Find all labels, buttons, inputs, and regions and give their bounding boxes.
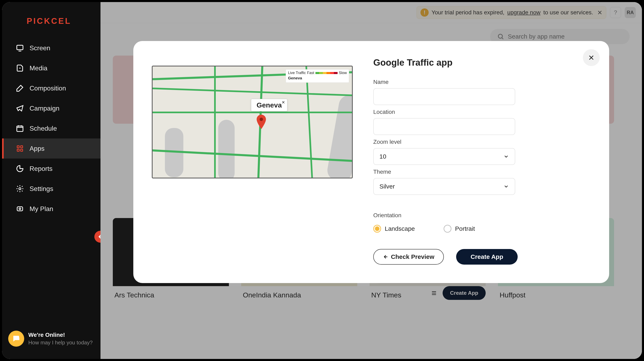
- label-theme: Theme: [373, 168, 591, 175]
- media-icon: [16, 64, 24, 72]
- gear-icon: [16, 184, 24, 193]
- plan-icon: [16, 204, 24, 213]
- theme-select[interactable]: Silver: [373, 178, 515, 195]
- radio-landscape[interactable]: Landscape: [373, 225, 415, 232]
- svg-point-10: [260, 118, 263, 121]
- sidebar-item-label: Settings: [30, 185, 53, 192]
- sidebar-item-settings[interactable]: Settings: [2, 179, 100, 199]
- location-input[interactable]: [373, 118, 515, 135]
- main-area: ! Your trial period has expired, upgrade…: [100, 2, 642, 359]
- map-city-label: Geneva ✕: [251, 99, 287, 112]
- legend-fast: Fast: [307, 71, 314, 75]
- close-icon[interactable]: ✕: [282, 100, 285, 105]
- legend-slow: Slow: [339, 71, 347, 75]
- map-preview: Geneva ✕ Live Traffic Fast Slow: [152, 66, 353, 178]
- sidebar-item-composition[interactable]: Composition: [2, 78, 100, 98]
- check-preview-button[interactable]: Check Preview: [373, 249, 444, 264]
- svg-rect-2: [17, 146, 19, 148]
- google-traffic-modal: Geneva ✕ Live Traffic Fast Slow: [133, 41, 609, 283]
- modal-form: Google Traffic app Name Location Zoom le…: [373, 58, 591, 264]
- legend-gradient-icon: [316, 72, 338, 74]
- svg-point-8: [19, 208, 21, 210]
- modal-actions: Check Preview Create App: [373, 249, 591, 264]
- chat-widget[interactable]: We're Online! How may I help you today?: [8, 331, 93, 347]
- radio-icon: [373, 225, 381, 232]
- brand-logo: PICKCEL: [2, 2, 100, 38]
- calendar-icon: [16, 124, 24, 133]
- label-orientation: Orientation: [373, 212, 591, 219]
- map-legend: Live Traffic Fast Slow Geneva: [286, 69, 349, 83]
- button-label: Check Preview: [391, 253, 434, 260]
- reports-icon: [16, 164, 24, 173]
- sidebar-item-label: Screen: [30, 44, 50, 52]
- name-input[interactable]: [373, 88, 515, 105]
- label-name: Name: [373, 79, 591, 85]
- svg-rect-4: [17, 149, 19, 151]
- sidebar-item-label: My Plan: [30, 205, 53, 213]
- label-zoom: Zoom level: [373, 139, 591, 145]
- sidebar-item-label: Campaign: [30, 104, 60, 112]
- map-city-text: Geneva: [256, 101, 282, 109]
- sidebar-item-schedule[interactable]: Schedule: [2, 118, 100, 138]
- svg-point-6: [19, 188, 21, 190]
- svg-rect-0: [17, 45, 23, 50]
- apps-icon: [16, 144, 24, 153]
- composition-icon: [16, 84, 24, 92]
- radio-label: Portrait: [455, 225, 475, 232]
- chat-text: We're Online! How may I help you today?: [28, 332, 93, 346]
- chat-line1: We're Online!: [28, 332, 93, 338]
- sidebar-item-label: Composition: [30, 84, 66, 92]
- sidebar-item-label: Media: [30, 64, 48, 72]
- radio-label: Landscape: [385, 225, 415, 232]
- arrow-left-icon: [383, 254, 388, 260]
- sidebar-item-label: Schedule: [30, 125, 57, 132]
- svg-rect-7: [17, 207, 23, 211]
- chevron-down-icon: [503, 184, 509, 189]
- button-label: Create App: [471, 253, 503, 260]
- modal-overlay[interactable]: Geneva ✕ Live Traffic Fast Slow: [100, 2, 642, 359]
- sidebar-item-apps[interactable]: Apps: [2, 138, 100, 158]
- sidebar-item-media[interactable]: Media: [2, 58, 100, 78]
- orientation-group: Landscape Portrait: [373, 225, 591, 232]
- legend-city: Geneva: [288, 76, 347, 80]
- sidebar-item-label: Reports: [30, 165, 52, 172]
- chat-icon: [8, 331, 24, 347]
- map-pin-icon: [256, 115, 266, 129]
- legend-prefix: Live Traffic: [288, 71, 306, 75]
- sidebar-item-campaign[interactable]: Campaign: [2, 98, 100, 118]
- sidebar: PICKCEL Screen Media Composition Campaig…: [2, 2, 100, 359]
- sidebar-item-my-plan[interactable]: My Plan: [2, 199, 100, 219]
- sidebar-item-label: Apps: [30, 145, 44, 152]
- campaign-icon: [16, 104, 24, 112]
- svg-rect-5: [20, 149, 22, 151]
- label-location: Location: [373, 109, 591, 115]
- radio-portrait[interactable]: Portrait: [444, 225, 475, 232]
- device-frame: PICKCEL Screen Media Composition Campaig…: [2, 2, 642, 359]
- modal-preview: Geneva ✕ Live Traffic Fast Slow: [152, 58, 353, 264]
- zoom-value: 10: [380, 153, 386, 160]
- zoom-select[interactable]: 10: [373, 148, 515, 165]
- chat-line2: How may I help you today?: [28, 340, 93, 346]
- chevron-down-icon: [503, 154, 509, 159]
- sidebar-item-reports[interactable]: Reports: [2, 158, 100, 179]
- screen-icon: [16, 44, 24, 52]
- radio-icon: [444, 225, 452, 232]
- svg-rect-3: [20, 146, 22, 148]
- sidebar-item-screen[interactable]: Screen: [2, 38, 100, 58]
- create-app-button[interactable]: Create App: [456, 249, 518, 264]
- svg-rect-1: [17, 126, 23, 132]
- theme-value: Silver: [380, 183, 395, 190]
- modal-title: Google Traffic app: [373, 58, 591, 68]
- sidebar-nav: Screen Media Composition Campaign Schedu…: [2, 38, 100, 219]
